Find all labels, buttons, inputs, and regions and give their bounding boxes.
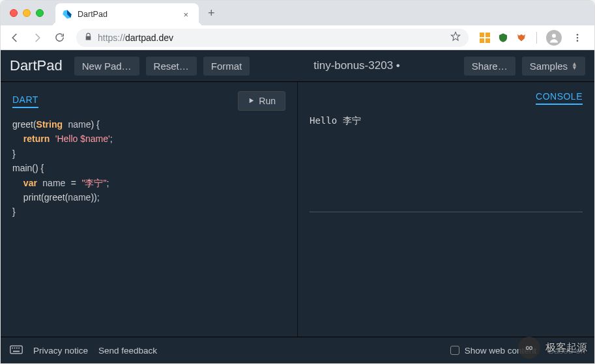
tab-console[interactable]: CONSOLE [536,91,583,105]
separator [536,32,537,44]
tab-dart[interactable]: DART [12,94,38,108]
tab-title: DartPad [78,10,175,19]
svg-rect-12 [18,347,20,348]
nav-back-button[interactable] [6,29,24,47]
based-on-text: Based on [548,346,585,356]
share-button[interactable]: Share… [464,57,515,76]
lock-icon [84,32,93,44]
checkbox-icon [450,346,459,355]
browser-tab[interactable]: DartPad × [55,3,199,25]
app-footer: Privacy notice Send feedback Show web co… [1,337,594,363]
svg-rect-3 [486,38,490,43]
svg-rect-13 [13,350,20,352]
extension-icon-shield[interactable] [497,32,509,44]
address-bar: https://dartpad.dev [1,25,594,50]
svg-rect-11 [16,347,18,348]
play-icon [248,96,255,106]
url-text: https://dartpad.dev [98,33,173,43]
svg-rect-10 [14,347,16,348]
star-icon[interactable] [450,31,461,44]
tab-close-icon[interactable]: × [181,8,191,21]
nav-reload-button[interactable] [50,29,68,47]
feedback-link[interactable]: Send feedback [98,346,157,356]
traffic-lights [10,9,44,17]
omnibox[interactable]: https://dartpad.dev [76,29,469,47]
run-button[interactable]: Run [238,91,285,111]
nav-forward-button[interactable] [28,29,46,47]
window-titlebar: DartPad × + [1,1,594,25]
dart-favicon [62,9,72,20]
privacy-link[interactable]: Privacy notice [33,346,88,356]
svg-point-4 [552,34,556,38]
svg-point-6 [577,36,579,38]
show-web-content-toggle[interactable]: Show web content [450,346,536,356]
app-body: DART Run greet(String name) { return 'He… [1,81,594,337]
reset-button[interactable]: Reset… [146,57,197,76]
format-button[interactable]: Format [203,57,250,76]
app-logo: DartPad [10,57,63,74]
extension-icon-fox[interactable] [515,32,527,44]
browser-window: DartPad × + https://dartpad.dev [0,0,595,364]
console-toolbar: CONSOLE [310,91,583,105]
extension-icons [476,29,589,47]
console-divider[interactable] [310,212,583,212]
svg-point-7 [577,40,579,42]
svg-rect-1 [486,33,490,37]
document-title[interactable]: tiny-bonus-3203 • [256,59,457,72]
samples-dropdown[interactable]: Samples ▲▼ [522,57,585,76]
new-pad-button[interactable]: New Pad… [74,57,139,76]
profile-avatar[interactable] [546,30,562,46]
editor-pane: DART Run greet(String name) { return 'He… [1,82,298,337]
console-output: Hello 李宁 [310,111,583,127]
extension-icon-1[interactable] [479,32,491,44]
code-editor[interactable]: greet(String name) { return 'Hello $name… [12,117,285,219]
new-tab-button[interactable]: + [199,7,224,20]
svg-rect-9 [12,347,13,348]
svg-rect-2 [480,38,484,43]
window-close[interactable] [10,9,18,17]
kebab-menu-icon[interactable] [568,29,587,47]
window-minimize[interactable] [23,9,31,17]
svg-rect-0 [480,33,484,37]
app-header: DartPad New Pad… Reset… Format tiny-bonu… [1,50,594,81]
keyboard-icon[interactable] [10,345,23,356]
dropdown-arrows-icon: ▲▼ [572,62,577,70]
console-pane: CONSOLE Hello 李宁 [298,82,594,337]
svg-rect-8 [10,346,22,354]
svg-point-5 [577,34,579,36]
editor-toolbar: DART Run [12,91,285,111]
dartpad-app: DartPad New Pad… Reset… Format tiny-bonu… [1,50,594,363]
window-maximize[interactable] [36,9,44,17]
